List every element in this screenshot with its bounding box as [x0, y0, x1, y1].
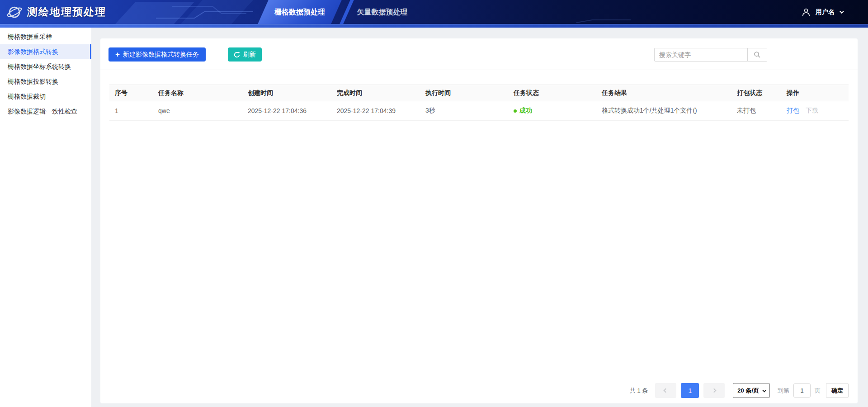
plus-icon: + — [115, 51, 120, 58]
sidebar-item-raster-clip[interactable]: 栅格数据裁切 — [0, 89, 91, 104]
table-row: 1 qwe 2025-12-22 17:04:36 2025-12-22 17:… — [109, 101, 849, 121]
app-header: 测绘地理预处理 栅格数据预处理 矢量数据预处理 用户名 — [0, 0, 868, 24]
cell-created-time: 2025-12-22 17:04:36 — [242, 101, 331, 121]
refresh-icon — [234, 52, 240, 58]
prev-page-button[interactable] — [655, 383, 676, 398]
col-task-result: 任务结果 — [596, 85, 731, 101]
col-pack-status: 打包状态 — [731, 85, 781, 101]
tab-vector-preprocess[interactable]: 矢量数据预处理 — [352, 0, 413, 24]
goto-suffix-label: 页 — [815, 387, 821, 395]
select-chevron-down-icon — [762, 388, 766, 392]
new-task-button-label: 新建影像数据格式转换任务 — [123, 51, 199, 59]
sidebar-item-image-logic-check[interactable]: 影像数据逻辑一致性检查 — [0, 104, 91, 119]
search-icon — [754, 51, 761, 58]
task-table-container: 序号 任务名称 创建时间 完成时间 执行时间 任务状态 任务结果 打包状态 操作… — [109, 85, 849, 121]
cell-finished-time: 2025-12-22 17:04:39 — [331, 101, 420, 121]
page-size-select[interactable]: 20 条/页 — [733, 383, 770, 398]
cell-exec-time: 3秒 — [420, 101, 508, 121]
sidebar-item-raster-projection-convert[interactable]: 栅格数据投影转换 — [0, 74, 91, 89]
refresh-button-label: 刷新 — [243, 51, 256, 59]
search-input[interactable] — [655, 48, 747, 61]
goto-page-input[interactable] — [793, 383, 811, 398]
tab-raster-preprocess[interactable]: 栅格数据预处理 — [266, 0, 334, 24]
user-menu[interactable]: 用户名 — [802, 0, 843, 24]
chevron-down-icon — [840, 9, 844, 14]
page-size-label: 20 条/页 — [737, 387, 759, 395]
sidebar-item-raster-resample[interactable]: 栅格数据重采样 — [0, 29, 91, 44]
sidebar: 栅格数据重采样 影像数据格式转换 栅格数据坐标系统转换 栅格数据投影转换 栅格数… — [0, 28, 91, 407]
status-dot-icon — [514, 109, 517, 113]
top-nav-tabs: 栅格数据预处理 矢量数据预处理 — [253, 0, 434, 24]
brand: 测绘地理预处理 — [6, 0, 106, 24]
table-header-row: 序号 任务名称 创建时间 完成时间 执行时间 任务状态 任务结果 打包状态 操作 — [109, 85, 849, 101]
cell-task-result: 格式转换成功1个/共处理1个文件() — [596, 101, 731, 121]
user-name: 用户名 — [816, 8, 835, 16]
cell-actions: 打包 下载 — [781, 101, 849, 121]
col-finished-time: 完成时间 — [331, 85, 420, 101]
cell-task-status: 成功 — [508, 101, 596, 121]
col-created-time: 创建时间 — [242, 85, 331, 101]
task-table: 序号 任务名称 创建时间 完成时间 执行时间 任务状态 任务结果 打包状态 操作… — [109, 85, 849, 121]
header-bottom-strip — [0, 24, 868, 28]
current-page-button[interactable]: 1 — [681, 383, 699, 398]
toolbar: + 新建影像数据格式转换任务 刷新 — [100, 38, 858, 70]
download-link[interactable]: 下载 — [806, 107, 818, 114]
col-task-status: 任务状态 — [508, 85, 596, 101]
content-panel: + 新建影像数据格式转换任务 刷新 — [100, 38, 858, 403]
search-box — [654, 48, 767, 62]
sidebar-item-image-format-convert[interactable]: 影像数据格式转换 — [0, 44, 91, 59]
search-button[interactable] — [747, 48, 767, 61]
col-index: 序号 — [109, 85, 153, 101]
chevron-right-icon — [712, 388, 717, 393]
page-title: 测绘地理预处理 — [27, 5, 107, 19]
header-circuit-decoration — [0, 0, 868, 24]
goto-prefix-label: 到第 — [778, 387, 789, 395]
col-exec-time: 执行时间 — [420, 85, 508, 101]
sidebar-item-raster-coordsys-convert[interactable]: 栅格数据坐标系统转换 — [0, 59, 91, 74]
goto-confirm-button[interactable]: 确定 — [826, 383, 849, 398]
status-text: 成功 — [519, 107, 532, 115]
user-icon — [802, 8, 811, 17]
pack-link[interactable]: 打包 — [787, 107, 799, 114]
next-page-button[interactable] — [703, 383, 725, 398]
cell-index: 1 — [109, 101, 153, 121]
chevron-left-icon — [664, 388, 668, 393]
refresh-button[interactable]: 刷新 — [228, 47, 262, 62]
new-task-button[interactable]: + 新建影像数据格式转换任务 — [108, 47, 206, 62]
app-logo-icon — [6, 4, 23, 20]
pagination-total: 共 1 条 — [630, 387, 648, 395]
cell-pack-status: 未打包 — [731, 101, 781, 121]
col-actions: 操作 — [781, 85, 849, 101]
pagination: 共 1 条 1 20 条/页 到第 页 确定 — [630, 383, 849, 398]
col-task-name: 任务名称 — [153, 85, 242, 101]
cell-task-name: qwe — [153, 101, 242, 121]
